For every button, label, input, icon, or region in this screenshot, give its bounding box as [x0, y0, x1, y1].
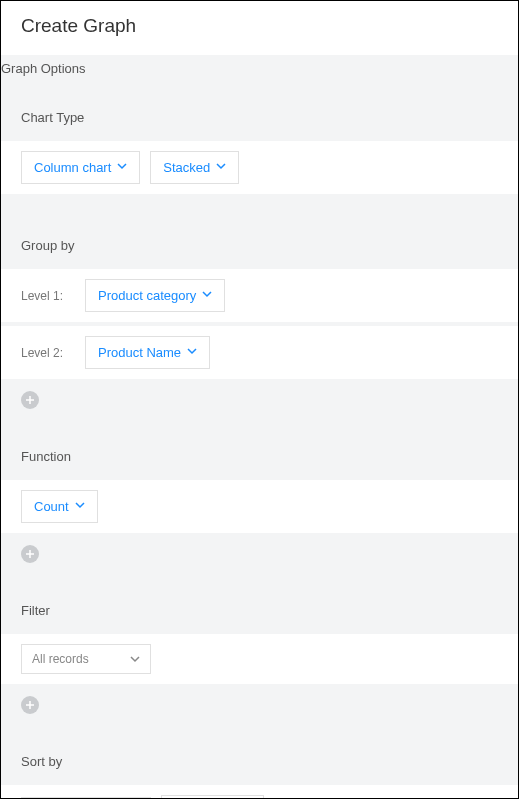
group-by-label: Group by: [21, 238, 498, 253]
plus-icon: [25, 395, 35, 405]
chart-type-section: Chart Type Column chart Stacked: [1, 92, 518, 218]
add-group-level-button[interactable]: [21, 391, 39, 409]
group-by-level2-row: Level 2: Product Name: [1, 326, 518, 379]
graph-options-label: Graph Options: [1, 55, 518, 92]
level1-value: Product category: [98, 288, 196, 303]
add-function-button[interactable]: [21, 545, 39, 563]
function-section: Function Count: [1, 431, 518, 583]
chart-type-dropdown[interactable]: Column chart: [21, 151, 140, 184]
add-filter-button[interactable]: [21, 696, 39, 714]
chevron-down-icon: [187, 348, 197, 358]
level2-label: Level 2:: [21, 346, 69, 360]
chevron-down-icon: [117, 163, 127, 173]
sort-by-label: Sort by: [21, 754, 498, 769]
chevron-down-icon: [75, 502, 85, 512]
filter-dropdown[interactable]: All records: [21, 644, 151, 674]
chevron-down-icon: [202, 291, 212, 301]
level2-value: Product Name: [98, 345, 181, 360]
filter-row: All records: [1, 634, 518, 684]
sort-by-section: Sort by Level 2 Ascending: [1, 736, 518, 799]
sort-by-row: Level 2 Ascending: [1, 785, 518, 799]
function-row: Count: [1, 480, 518, 533]
function-dropdown[interactable]: Count: [21, 490, 98, 523]
chevron-down-icon: [130, 656, 140, 663]
stacking-value: Stacked: [163, 160, 210, 175]
chart-type-row: Column chart Stacked: [1, 141, 518, 194]
level1-dropdown[interactable]: Product category: [85, 279, 225, 312]
chart-type-label: Chart Type: [21, 110, 498, 125]
stacking-dropdown[interactable]: Stacked: [150, 151, 239, 184]
plus-icon: [25, 700, 35, 710]
filter-section: Filter All records: [1, 585, 518, 734]
plus-icon: [25, 549, 35, 559]
level2-dropdown[interactable]: Product Name: [85, 336, 210, 369]
sort-order-dropdown[interactable]: Ascending: [161, 795, 264, 799]
chevron-down-icon: [216, 163, 226, 173]
dialog-header: Create Graph: [1, 1, 518, 55]
dialog-title: Create Graph: [21, 15, 498, 37]
function-value: Count: [34, 499, 69, 514]
level1-label: Level 1:: [21, 289, 69, 303]
group-by-level1-row: Level 1: Product category: [1, 269, 518, 322]
filter-value: All records: [32, 652, 89, 666]
filter-label: Filter: [21, 603, 498, 618]
chart-type-value: Column chart: [34, 160, 111, 175]
group-by-section: Group by Level 1: Product category Level…: [1, 220, 518, 429]
graph-options-panel: Graph Options Chart Type Column chart St…: [1, 55, 518, 799]
function-label: Function: [21, 449, 498, 464]
